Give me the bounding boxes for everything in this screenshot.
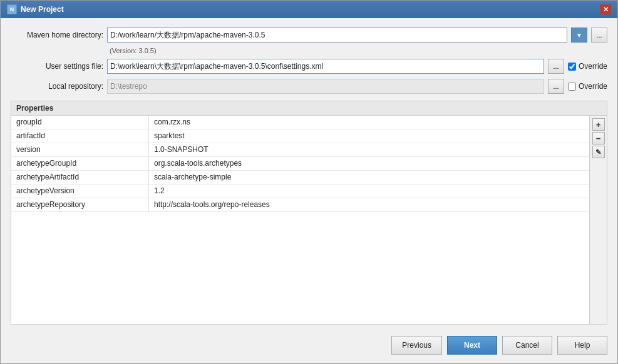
cancel-button[interactable]: Cancel xyxy=(502,336,552,355)
previous-button[interactable]: Previous xyxy=(391,336,442,355)
table-row: version 1.0-SNAPSHOT xyxy=(11,143,589,157)
user-settings-override-checkbox[interactable] xyxy=(568,63,576,71)
prop-key: archetypeGroupId xyxy=(11,157,149,170)
table-row: archetypeArtifactId scala-archetype-simp… xyxy=(11,171,589,185)
dialog-title: New Project xyxy=(21,5,64,14)
prop-value: com.rzx.ns xyxy=(149,116,589,129)
local-repo-browse-button[interactable]: ... xyxy=(548,79,564,94)
prop-value: sparktest xyxy=(149,129,589,143)
add-property-button[interactable]: + xyxy=(592,118,605,131)
properties-header: Properties xyxy=(11,101,607,116)
help-button[interactable]: Help xyxy=(557,336,607,355)
dialog-icon: N xyxy=(7,4,17,14)
remove-property-button[interactable]: − xyxy=(592,132,605,144)
prop-key: version xyxy=(11,143,149,156)
title-bar-left: N New Project xyxy=(7,4,64,14)
table-row: groupId com.rzx.ns xyxy=(11,116,589,129)
title-bar: N New Project ✕ xyxy=(1,1,617,18)
user-settings-override-row: Override xyxy=(568,62,607,71)
local-repo-override-row: Override xyxy=(568,82,607,91)
maven-home-input[interactable] xyxy=(107,28,567,43)
user-settings-row: User settings file: ... Override xyxy=(11,58,607,74)
prop-key: archetypeArtifactId xyxy=(11,171,149,184)
user-settings-label: User settings file: xyxy=(11,62,103,71)
browse-ellipsis3: ... xyxy=(553,83,559,90)
prop-value: org.scala-tools.archetypes xyxy=(149,157,589,170)
prop-key: archetypeRepository xyxy=(11,198,149,211)
user-settings-override-label: Override xyxy=(579,62,607,71)
edit-property-button[interactable]: ✎ xyxy=(592,146,605,158)
version-row: (Version: 3.0.5) xyxy=(11,47,607,54)
local-repo-override-checkbox[interactable] xyxy=(568,83,576,91)
properties-actions: + − ✎ xyxy=(589,116,607,324)
prop-value: 1.2 xyxy=(149,185,589,198)
prop-value: http://scala-tools.org/repo-releases xyxy=(149,198,589,211)
local-repo-override-label: Override xyxy=(579,82,607,91)
maven-home-row: Maven home directory: ▼ ... xyxy=(11,27,607,43)
user-settings-browse-button[interactable]: ... xyxy=(548,59,564,74)
user-settings-input[interactable] xyxy=(107,59,544,74)
local-repo-label: Local repository: xyxy=(11,82,103,91)
maven-home-browse-button[interactable]: ... xyxy=(591,28,607,43)
maven-home-label: Maven home directory: xyxy=(11,31,103,39)
table-row: artifactId sparktest xyxy=(11,129,589,143)
local-repo-input[interactable] xyxy=(107,79,544,94)
prop-key: groupId xyxy=(11,116,149,129)
browse-ellipsis2: ... xyxy=(553,63,559,70)
browse-ellipsis: ... xyxy=(596,31,602,39)
dialog-content: Maven home directory: ▼ ... (Version: 3.… xyxy=(1,18,617,330)
prop-key: artifactId xyxy=(11,129,149,143)
next-button[interactable]: Next xyxy=(447,336,497,355)
close-button[interactable]: ✕ xyxy=(600,4,611,14)
table-row: archetypeGroupId org.scala-tools.archety… xyxy=(11,157,589,171)
maven-home-dropdown-button[interactable]: ▼ xyxy=(571,28,587,43)
dialog-footer: Previous Next Cancel Help xyxy=(1,330,617,363)
dropdown-arrow-icon: ▼ xyxy=(576,32,582,39)
properties-table: groupId com.rzx.ns artifactId sparktest … xyxy=(11,116,589,324)
prop-value: 1.0-SNAPSHOT xyxy=(149,143,589,156)
version-text: (Version: 3.0.5) xyxy=(110,47,157,54)
new-project-dialog: N New Project ✕ Maven home directory: ▼ … xyxy=(0,0,618,364)
properties-section: Properties groupId com.rzx.ns artifactId… xyxy=(11,101,607,325)
prop-value: scala-archetype-simple xyxy=(149,171,589,184)
table-row: archetypeRepository http://scala-tools.o… xyxy=(11,198,589,212)
local-repo-row: Local repository: ... Override xyxy=(11,78,607,94)
table-row: archetypeVersion 1.2 xyxy=(11,185,589,198)
prop-key: archetypeVersion xyxy=(11,185,149,198)
properties-body: groupId com.rzx.ns artifactId sparktest … xyxy=(11,116,607,324)
